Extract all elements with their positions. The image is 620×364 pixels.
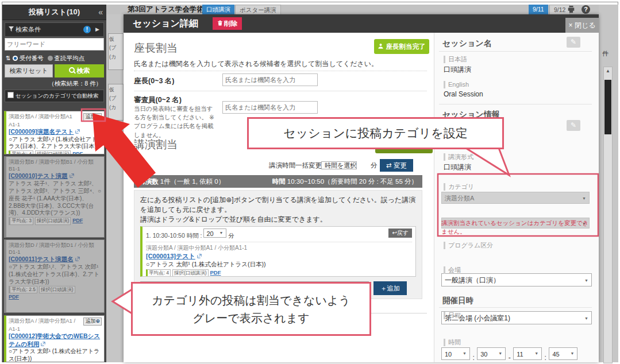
add-lecture-button[interactable]: ＋追加 bbox=[373, 281, 407, 295]
chair-name-input[interactable] bbox=[222, 73, 318, 86]
filter-label: 検索条件 bbox=[16, 26, 41, 33]
program-label: プログラム区分 bbox=[444, 242, 493, 249]
search-filter-bar[interactable]: 検索条件 ! ▶ bbox=[5, 22, 104, 37]
reviewer-desc: 当日の発表時に審査を担当する方を割当してください。 ※プログラム集には氏名を掲載… bbox=[134, 104, 218, 140]
pdf-link[interactable]: PDF bbox=[9, 294, 19, 300]
pdf-link[interactable]: PDF bbox=[72, 218, 83, 223]
lecture-meta: 演題分類A / 演題中分類A1 / 小分類A1-1 bbox=[146, 244, 412, 252]
auto-search-toggle[interactable]: セッションのカテゴリで自動検索 bbox=[5, 90, 104, 102]
search-reset-button[interactable]: 検索リセット bbox=[5, 64, 53, 78]
submission-link[interactable]: [C000010]テスト演題 bbox=[9, 172, 68, 179]
venue-select[interactable]: 第二会場 (小会議室1) bbox=[441, 311, 592, 324]
session-name-heading: セッション名 bbox=[442, 38, 492, 49]
close-modal-button[interactable]: × 閉じる bbox=[565, 18, 599, 33]
scrollbar-track[interactable]: ▲ bbox=[603, 67, 613, 363]
session-settings-panel: セッション名 ✎ 日本語 口頭講演 English Oral Session セ… bbox=[434, 33, 599, 362]
external-link-icon bbox=[75, 129, 80, 134]
reviewer-name-input[interactable] bbox=[222, 101, 318, 114]
duration-select[interactable]: 20 bbox=[203, 229, 226, 238]
batch-time-select[interactable]: 時間を選択 bbox=[321, 161, 357, 169]
add-circle-icon: ⊕ bbox=[95, 114, 100, 119]
submission-list-sidebar: 投稿リスト(10) « 検索条件 ! ▶ ⇅ 受付番号 査読平均点 検索リセット… bbox=[2, 5, 106, 362]
trash-icon bbox=[217, 20, 223, 26]
tab-oral[interactable]: 口頭講演 bbox=[202, 5, 234, 14]
english-value: Oral Session bbox=[444, 90, 483, 98]
end-minute-select[interactable]: 45 bbox=[549, 347, 577, 360]
submission-card-c000010: 演題分類B / 演題中分類B1 / 小分類B1-1 [C000010]テスト演題… bbox=[4, 156, 105, 238]
auto-search-checkbox[interactable] bbox=[7, 92, 14, 98]
modal-header: セッション詳細 削除 × 閉じる bbox=[124, 14, 599, 33]
score-badge: 平均点: 3 bbox=[9, 217, 33, 225]
add-submission-button[interactable]: 追加⊕ bbox=[83, 113, 102, 121]
filter-alert-icon: ! bbox=[83, 26, 91, 33]
chair-assignment-complete-button[interactable]: 座長割当完了 bbox=[374, 39, 429, 54]
batch-change-button[interactable]: ⇄ 変更 bbox=[380, 159, 413, 172]
submission-link[interactable]: [C000009]演題名テスト bbox=[9, 128, 74, 135]
program-select[interactable]: 一般講演（口演） bbox=[441, 273, 592, 286]
score-badge: 平均点: 2.5 bbox=[9, 286, 37, 294]
start-hour-select[interactable]: 10 bbox=[441, 347, 470, 360]
callout-grayed-out: カテゴリ外の投稿は割当できないよう グレーで表示されます bbox=[131, 282, 371, 336]
lecture-authors: ○アトラス 太郎¹ (1.株式会社アトラス(日本)) bbox=[146, 261, 412, 269]
add-submission-button[interactable]: 追加⊕ bbox=[83, 317, 102, 326]
lecture-link[interactable]: [C000013]テスト bbox=[146, 253, 195, 260]
submission-card-c000011: 演題分類D / 演題中分類D1 / 小分類D1-1 [C000011]テスト演題… bbox=[4, 239, 105, 313]
pdf-link[interactable]: PDF bbox=[210, 269, 221, 276]
external-link-icon bbox=[197, 254, 202, 258]
scroll-up-icon[interactable]: ▲ bbox=[604, 68, 612, 73]
filter-icon bbox=[9, 26, 16, 33]
session-card-fragment: 仮 (ブ (カ bbox=[108, 33, 124, 70]
search-button[interactable]: 検索 bbox=[55, 64, 104, 78]
add-circle-icon: ⊕ bbox=[95, 318, 100, 324]
end-hour-select[interactable]: 11 bbox=[513, 347, 542, 360]
start-minute-select[interactable]: 30 bbox=[477, 347, 506, 360]
date-tab-9-11[interactable]: 9/11 bbox=[529, 5, 548, 14]
submission-link[interactable]: [C000011]テスト演題名 bbox=[9, 255, 74, 262]
edit-session-info-icon[interactable]: ✎ bbox=[567, 120, 580, 131]
category-main-select: 演題分類A bbox=[441, 192, 590, 204]
status-badge: 採択(口頭講演) bbox=[39, 286, 75, 294]
sort-row: ⇅ 受付番号 査読平均点 bbox=[6, 55, 84, 63]
conference-admin-window: 第3回アトラス学会学術集会 口頭講演 ポスター講演 9/11 9/12 ? 仮 … bbox=[0, 0, 620, 364]
date-label: 日程 bbox=[444, 312, 461, 319]
authors-text: ○アトラス 太郎¹,² (1.株式会社アトラス(日本)、2.アトラス大学(日本)… bbox=[9, 136, 102, 151]
tab-poster[interactable]: ポスター講演 bbox=[235, 5, 281, 14]
submission-link[interactable]: [C000012]学術大会でのWEBシステムの利用 bbox=[9, 332, 100, 347]
scrollbar-thumb[interactable] bbox=[604, 80, 611, 134]
category-warning: 講演割当されているセッションはカテゴリを変更できません。 bbox=[441, 219, 592, 235]
sort-receipt-radio[interactable] bbox=[13, 56, 18, 61]
status-badge: 採択(口頭講演) bbox=[172, 269, 209, 277]
venue-label: 会場 bbox=[444, 266, 461, 274]
plus-icon: ＋ bbox=[380, 285, 387, 292]
lecture-stats-bar: 講演数 1件（一般 1, 依頼 0） 時間 10:30~10:50（所要時間 2… bbox=[134, 175, 422, 188]
status-badge: 採択(口頭講演) bbox=[35, 150, 71, 154]
print-icon[interactable] bbox=[566, 5, 576, 14]
sort-receipt-label: 受付番号 bbox=[20, 55, 44, 61]
pdf-link[interactable]: PDF bbox=[72, 151, 83, 154]
revert-button[interactable]: ↩戻す bbox=[388, 229, 412, 238]
callout-set-category: セッションに投稿カテゴリを設定 bbox=[247, 117, 504, 149]
undo-icon: ↩ bbox=[392, 230, 396, 236]
freeword-input[interactable] bbox=[5, 38, 104, 51]
sidebar-title: 投稿リスト(10) bbox=[2, 5, 106, 20]
submission-card-c000009: 演題分類A / 演題中分類A1 追加⊕ A1-1 [C000009]演題名テスト… bbox=[4, 111, 105, 154]
collapse-sidebar-icon[interactable]: « bbox=[98, 5, 103, 20]
delete-session-button[interactable]: 削除 bbox=[213, 17, 242, 30]
edit-session-name-icon[interactable]: ✎ bbox=[567, 37, 580, 48]
reviewer-count-label: 審査員(0~2 名) bbox=[134, 95, 182, 105]
filter-expand-icon[interactable]: ▶ bbox=[95, 23, 99, 36]
search-result-count: （検索結果：8 件） bbox=[48, 80, 102, 88]
authors-text: ○アトラス 太郎¹ (1.株式会社アトラス(日本)) bbox=[9, 348, 102, 362]
lecture-assignment-heading: 講演割当 bbox=[134, 137, 178, 152]
category-label: カテゴリ bbox=[444, 183, 474, 191]
background-session-list: 仮 (ブ (カ 仮 (ブ (カ bbox=[106, 14, 124, 362]
score-badge: 平均点: 4 bbox=[146, 269, 171, 277]
help-icon[interactable]: ? bbox=[582, 5, 590, 14]
assigned-lecture-card[interactable]: 1. 10:30-10:50 時間 : 20 分 ↩戻す 演題分類A / 演題中… bbox=[140, 226, 416, 277]
swap-icon: ⇄ bbox=[386, 162, 392, 169]
external-link-icon bbox=[41, 342, 45, 346]
person-icon bbox=[378, 43, 384, 49]
card-meta-row: 演題分類A / 演題中分類A1 追加⊕ bbox=[9, 113, 102, 121]
batch-time-row: 講演時間一括変更 時間を選択 分 ⇄ 変更 bbox=[124, 159, 422, 172]
sort-review-radio[interactable] bbox=[48, 56, 53, 61]
